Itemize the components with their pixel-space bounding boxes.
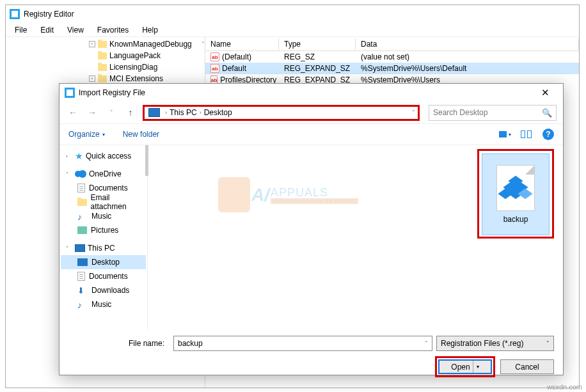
nav-label: Downloads	[91, 286, 129, 295]
downloads-icon: ⬇	[77, 286, 88, 295]
filter-value: Registration Files (*.reg)	[441, 339, 523, 348]
breadcrumb-root[interactable]: This PC	[170, 108, 197, 117]
navigation-pane[interactable]: ›★Quick access ˅OneDrive Documents Email…	[59, 145, 148, 331]
nav-email-attachments[interactable]: Email attachmen	[61, 195, 146, 209]
chevron-right-icon[interactable]: ›	[66, 153, 72, 159]
tree-expand-icon[interactable]: +	[89, 41, 95, 47]
nav-label: This PC	[88, 244, 115, 253]
menu-file[interactable]: File	[10, 24, 32, 36]
music-icon: ♪	[77, 212, 88, 221]
cancel-button[interactable]: Cancel	[500, 359, 554, 374]
help-button[interactable]: ?	[542, 129, 554, 140]
filetype-filter-select[interactable]: Registration Files (*.reg) ˅	[436, 336, 554, 351]
dialog-footer: File name: backup ˅ Registration Files (…	[59, 331, 563, 384]
scrollbar-thumb[interactable]	[145, 145, 148, 176]
nav-label: Email attachmen	[91, 193, 146, 211]
file-tiles-highlight: backup	[477, 149, 554, 239]
nav-label: Documents	[89, 184, 128, 192]
folder-icon	[98, 41, 107, 48]
regedit-menubar: File Edit View Favorites Help	[6, 23, 579, 37]
col-data[interactable]: Data	[356, 38, 579, 50]
music-icon: ♪	[77, 300, 88, 309]
open-button-highlight: Open▾	[435, 356, 495, 377]
cell-name: (Default)	[222, 52, 251, 61]
search-input[interactable]: Search Desktop 🔍	[429, 105, 557, 121]
back-button[interactable]: ←	[66, 106, 80, 120]
folder-icon	[98, 52, 107, 59]
nav-pictures[interactable]: Pictures	[61, 223, 146, 237]
nav-label: Quick access	[86, 152, 131, 161]
chevron-down-icon[interactable]: ˅	[66, 171, 72, 177]
breadcrumb-location[interactable]: Desktop	[204, 108, 232, 117]
nav-music[interactable]: ♪Music	[61, 209, 146, 223]
tree-scroll-up-icon[interactable]: ˄	[202, 41, 205, 47]
tree-item[interactable]: LicensingDiag	[6, 61, 205, 73]
regedit-title: Registry Editor	[24, 10, 74, 19]
menu-favorites[interactable]: Favorites	[92, 24, 134, 36]
col-type[interactable]: Type	[279, 38, 356, 50]
file-list-panel[interactable]: A/ APPUALS TECH HOW-TO'S FROM THE EXPERT…	[148, 145, 563, 331]
nav-label: Desktop	[91, 258, 120, 267]
recent-locations-button[interactable]: ˅	[104, 106, 118, 120]
file-label: backup	[503, 215, 528, 224]
star-icon: ★	[75, 151, 83, 161]
nav-downloads[interactable]: ⬇Downloads	[61, 283, 146, 297]
filename-input[interactable]: backup ˅	[173, 336, 432, 351]
open-button[interactable]: Open▾	[438, 359, 492, 374]
desktop-icon	[77, 258, 88, 266]
nav-onedrive[interactable]: ˅OneDrive	[61, 167, 146, 181]
tree-item[interactable]: LanguagePack	[6, 50, 205, 61]
menu-view[interactable]: View	[62, 24, 89, 36]
address-breadcrumb[interactable]: › This PC › Desktop ˅	[143, 105, 420, 121]
regedit-titlebar[interactable]: Registry Editor	[6, 5, 579, 23]
view-options-button[interactable]: ▾	[499, 129, 513, 140]
nav-quick-access[interactable]: ›★Quick access	[61, 149, 146, 163]
address-dropdown-icon[interactable]: ˅	[412, 109, 415, 116]
tree-label: LanguagePack	[109, 51, 161, 60]
nav-music-pc[interactable]: ♪Music	[61, 297, 146, 311]
dialog-titlebar[interactable]: Import Registry File ✕	[59, 84, 563, 102]
chevron-right-icon[interactable]: ›	[165, 109, 167, 116]
cell-name: Default	[222, 64, 246, 73]
tree-label: MCI Extensions	[109, 74, 163, 83]
list-row[interactable]: ab(Default) REG_SZ (value not set)	[205, 51, 579, 63]
file-item-backup[interactable]: backup	[482, 153, 550, 235]
chevron-right-icon[interactable]: ›	[200, 109, 202, 116]
chevron-down-icon: ˅	[546, 340, 550, 347]
forward-button[interactable]: →	[85, 106, 99, 120]
tree-expand-icon[interactable]: +	[89, 75, 95, 82]
nav-label: OneDrive	[89, 169, 122, 178]
folder-icon	[98, 64, 107, 71]
nav-documents-pc[interactable]: Documents	[61, 269, 146, 283]
new-folder-button[interactable]: New folder	[123, 130, 159, 139]
reg-string-icon: ab	[210, 52, 219, 61]
chevron-down-icon[interactable]: ˅	[425, 340, 428, 347]
list-row[interactable]: abDefault REG_EXPAND_SZ %SystemDrive%\Us…	[205, 63, 579, 74]
nav-desktop[interactable]: Desktop	[61, 255, 146, 269]
tree-item[interactable]: +KnownManagedDebugg˄	[6, 38, 205, 50]
menu-help[interactable]: Help	[137, 24, 163, 36]
search-icon: 🔍	[542, 108, 552, 118]
nav-this-pc[interactable]: ˅This PC	[61, 241, 146, 255]
open-split-dropdown[interactable]: ▾	[473, 361, 479, 373]
menu-edit[interactable]: Edit	[35, 24, 59, 36]
watermark-brand: APPUALS	[271, 186, 328, 199]
tree-label: LicensingDiag	[109, 63, 157, 72]
chevron-down-icon[interactable]: ˅	[66, 246, 72, 251]
folder-icon	[77, 199, 87, 206]
folder-icon	[98, 75, 107, 82]
document-icon	[77, 272, 85, 281]
up-button[interactable]: ↑	[123, 106, 138, 120]
col-name[interactable]: Name	[205, 38, 279, 50]
reg-string-icon: ab	[210, 64, 219, 73]
filename-label: File name:	[68, 339, 170, 348]
watermark-logo-icon: A/	[251, 185, 269, 205]
tree-label: KnownManagedDebugg	[109, 40, 192, 49]
watermark: A/ APPUALS TECH HOW-TO'S FROM THE EXPERT…	[218, 177, 358, 212]
watermark-tagline: TECH HOW-TO'S FROM THE EXPERTS	[271, 198, 358, 204]
this-pc-icon	[75, 244, 85, 252]
organize-button[interactable]: Organize▾	[68, 130, 105, 139]
close-button[interactable]: ✕	[532, 87, 558, 98]
watermark-mascot-icon	[218, 177, 250, 212]
preview-pane-button[interactable]	[521, 129, 535, 140]
